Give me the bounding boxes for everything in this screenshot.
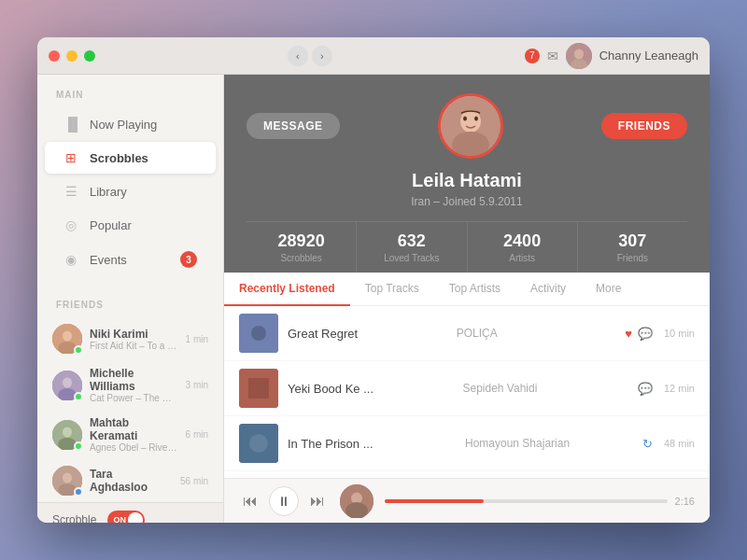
friend-info-niki: Niki Karimi First Aid Kit – To a Poet [90, 328, 178, 351]
sidebar-item-events[interactable]: ◉ Events 3 [45, 243, 216, 276]
friend-mahtab[interactable]: Mahtab Keramati Agnes Obel – Riverside 6… [37, 410, 223, 459]
stat-friends: 307 Friends [578, 222, 687, 273]
chat-icon-1[interactable]: 💬 [638, 327, 653, 341]
mail-icon[interactable]: ✉ [547, 49, 558, 63]
friend-name-mahtab: Mahtab Keramati [90, 416, 178, 442]
sidebar-label-now-playing: Now Playing [90, 118, 157, 132]
sidebar-label-scrobbles: Scrobbles [90, 151, 148, 165]
stat-scrobbles: 28920 Scrobbles [247, 222, 357, 273]
sidebar-item-library[interactable]: ☰ Library [45, 175, 216, 207]
stat-artists: 2400 Artists [468, 222, 578, 273]
minimize-button[interactable] [66, 50, 78, 62]
profile-avatar-container [438, 93, 503, 159]
tab-activity[interactable]: Activity [515, 273, 581, 306]
track-artist-2: Sepideh Vahidi [463, 382, 629, 395]
popular-icon: ◎ [63, 217, 78, 232]
player-bar: ⏮ ⏸ ⏭ 2:16 [224, 478, 710, 523]
next-button[interactable]: ⏭ [306, 490, 329, 512]
nav-buttons: ‹ › [288, 46, 332, 66]
friend-time-niki: 1 min [186, 334, 208, 344]
scrobble-toggle[interactable]: ON [107, 511, 145, 524]
message-button[interactable]: MESSAGE [247, 113, 340, 139]
sidebar-item-scrobbles[interactable]: ⊞ Scrobbles [45, 142, 216, 174]
track-thumb-2 [239, 369, 278, 408]
svg-point-13 [63, 473, 72, 483]
toggle-knob [128, 512, 143, 524]
status-dot-mahtab [74, 441, 83, 451]
svg-point-21 [251, 326, 266, 341]
friends-button[interactable]: FRIENDS [601, 113, 687, 139]
stat-friends-value: 307 [585, 231, 680, 251]
track-artist-3: Homayoun Shajarian [465, 437, 633, 450]
maximize-button[interactable] [84, 50, 95, 62]
sidebar-label-events: Events [90, 253, 127, 267]
track-name-1: Great Regret [288, 327, 447, 341]
svg-point-18 [463, 117, 467, 121]
main-section-label: MAIN [37, 75, 223, 107]
app-window: ‹ › 7 ✉ Channy Leaneagh MAIN ▐▌ Now Play… [37, 37, 710, 523]
friend-name-michelle: Michelle Williams [90, 367, 178, 393]
friend-info-tara: Tara Aghdasloo [90, 468, 173, 494]
sidebar-item-now-playing[interactable]: ▐▌ Now Playing [45, 108, 216, 140]
tab-recently-listened[interactable]: Recently Listened [224, 273, 350, 306]
progress-container: 2:16 [385, 496, 695, 507]
friend-avatar-niki [52, 324, 82, 354]
sidebar-label-popular: Popular [90, 218, 132, 232]
back-button[interactable]: ‹ [288, 46, 308, 66]
friend-name-niki: Niki Karimi [90, 328, 178, 341]
progress-fill [385, 499, 484, 503]
player-track-avatar [340, 484, 374, 518]
time-total: 2:16 [675, 496, 695, 507]
track-row[interactable]: Great Regret POLIÇA ♥ 💬 10 min [224, 306, 710, 361]
friend-time-michelle: 3 min [186, 380, 208, 390]
sidebar-label-library: Library [90, 185, 127, 199]
tab-top-tracks[interactable]: Top Tracks [350, 273, 434, 306]
friend-michelle[interactable]: Michelle Williams Cat Power – The Greate… [37, 360, 223, 410]
friend-tara[interactable]: Tara Aghdasloo 56 min [37, 459, 223, 502]
friend-niki[interactable]: Niki Karimi First Aid Kit – To a Poet 1 … [37, 317, 223, 360]
profile-subtitle: Iran – Joined 5.9.2011 [247, 195, 687, 208]
play-pause-button[interactable]: ⏸ [269, 486, 299, 516]
main-content: MAIN ▐▌ Now Playing ⊞ Scrobbles ☰ Librar… [37, 75, 710, 523]
friend-avatar-mahtab [52, 420, 82, 450]
track-actions-3: ↻ [642, 437, 653, 451]
events-badge: 3 [180, 251, 197, 268]
scrobble-label: Scrobble [52, 513, 96, 524]
track-row-2[interactable]: Yeki Bood Ke ... Sepideh Vahidi 💬 12 min [224, 361, 710, 416]
sidebar-item-popular[interactable]: ◎ Popular [45, 209, 216, 241]
track-actions-1: ♥ 💬 [625, 327, 653, 341]
user-area: 7 ✉ Channy Leaneagh [525, 43, 698, 69]
progress-bar[interactable] [385, 499, 668, 503]
status-dot-niki [74, 345, 83, 355]
track-row-3[interactable]: In The Prison ... Homayoun Shajarian ↻ 4… [224, 416, 710, 471]
tab-top-artists[interactable]: Top Artists [434, 273, 515, 306]
friend-track-niki: First Aid Kit – To a Poet [90, 341, 178, 351]
friend-info-michelle: Michelle Williams Cat Power – The Greate… [90, 367, 178, 403]
track-actions-2: 💬 [638, 382, 653, 396]
heart-icon-1[interactable]: ♥ [625, 327, 632, 341]
track-artist-1: POLIÇA [457, 327, 616, 340]
stats-row: 28920 Scrobbles 632 Loved Tracks 2400 Ar… [247, 221, 687, 273]
svg-point-4 [63, 331, 72, 342]
friend-avatar-michelle [52, 371, 82, 400]
chat-icon-2[interactable]: 💬 [638, 382, 653, 396]
svg-point-19 [474, 117, 478, 121]
friend-track-michelle: Cat Power – The Greatest [90, 393, 178, 403]
stat-loved: 632 Loved Tracks [357, 222, 467, 273]
player-controls: ⏮ ⏸ ⏭ [239, 486, 329, 516]
track-row-4[interactable]: Heart to Heart Homayoun Shajarian ↻ 51 m… [224, 471, 710, 478]
user-avatar [566, 43, 592, 69]
stat-friends-label: Friends [585, 253, 680, 263]
stat-scrobbles-value: 28920 [254, 231, 348, 251]
now-playing-icon: ▐▌ [63, 117, 78, 132]
refresh-icon-3[interactable]: ↻ [642, 437, 653, 451]
close-button[interactable] [49, 50, 60, 62]
tab-more[interactable]: More [581, 273, 636, 306]
stat-loved-value: 632 [364, 231, 458, 251]
prev-button[interactable]: ⏮ [239, 490, 261, 512]
titlebar: ‹ › 7 ✉ Channy Leaneagh [37, 37, 710, 75]
notification-badge[interactable]: 7 [525, 49, 540, 63]
forward-button[interactable]: › [312, 46, 332, 66]
profile-avatar [438, 93, 503, 159]
profile-header: MESSAGE [224, 75, 710, 273]
